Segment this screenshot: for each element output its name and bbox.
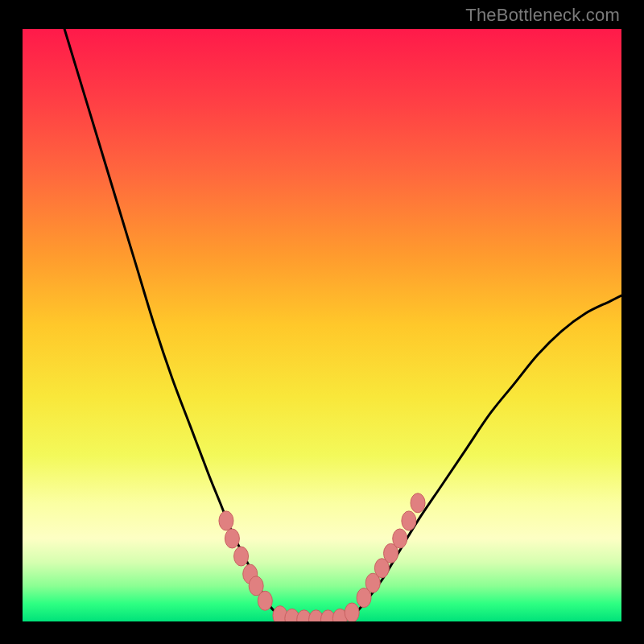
curve-marker	[393, 529, 407, 548]
chart-frame: TheBottleneck.com	[0, 0, 644, 644]
watermark-text: TheBottleneck.com	[465, 5, 620, 26]
plot-area	[23, 29, 621, 621]
curve-marker	[219, 511, 233, 530]
curve-marker	[234, 547, 249, 566]
curve-marker	[411, 493, 425, 513]
curve-marker	[402, 511, 416, 530]
curve-marker	[345, 603, 359, 621]
bottleneck-curve	[64, 29, 621, 621]
curve-marker	[225, 529, 239, 548]
curve-marker	[258, 591, 272, 610]
curve-overlay	[23, 29, 621, 621]
